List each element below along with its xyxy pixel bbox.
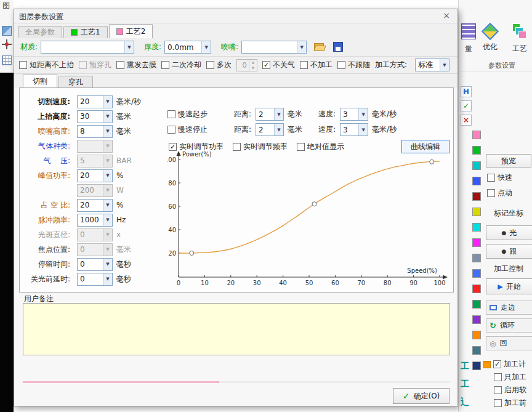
distance-select[interactable]: 2▼	[256, 123, 284, 136]
dock-icon[interactable]: 工	[461, 361, 469, 372]
draw-tool-icon[interactable]	[2, 26, 12, 36]
svg-text:50: 50	[305, 280, 313, 286]
tab-layer-0[interactable]: 全局参数	[18, 26, 62, 38]
palette-color[interactable]	[472, 161, 481, 170]
subtab-0[interactable]: 切割	[23, 74, 57, 88]
palette-color[interactable]	[472, 315, 481, 324]
param-row: 关光前延时:0▼毫秒	[22, 272, 165, 286]
nozzle-select[interactable]: ▼	[241, 41, 307, 54]
subtab-1[interactable]: 穿孔	[58, 76, 93, 88]
process-check-0[interactable]: ✓加工计	[493, 359, 526, 370]
option-check-8[interactable]: 不跟随	[337, 60, 370, 70]
jog-check[interactable]: 点动	[487, 188, 512, 198]
open-folder-icon[interactable]	[314, 42, 326, 52]
palette-color[interactable]	[472, 131, 481, 139]
frame-run-button[interactable]: 走边	[486, 301, 532, 315]
palette-color[interactable]	[472, 146, 481, 155]
option-check-0[interactable]: 短距离不上抬	[19, 60, 74, 70]
laser-button[interactable]: ●光	[486, 225, 532, 240]
param-combo[interactable]: 0▼	[77, 273, 113, 286]
option-check-6[interactable]: ✓不关气	[262, 60, 295, 70]
start-button[interactable]: ▶开始	[486, 278, 532, 294]
view-tab-fragment[interactable]: 图	[2, 1, 10, 11]
process-check-1[interactable]: 只加工	[494, 372, 526, 382]
dialog-titlebar[interactable]: 图层参数设置 ×	[14, 9, 457, 24]
spinner-buttons: ▲▼	[249, 60, 257, 71]
grid-tool-icon[interactable]	[2, 55, 12, 65]
snap-crosshair-icon[interactable]	[2, 39, 12, 49]
speed-select[interactable]: 3▼	[340, 123, 368, 136]
palette-color[interactable]	[472, 208, 481, 216]
option-check-7[interactable]: 不加工	[300, 60, 332, 70]
tab-layer-2[interactable]: 工艺2	[109, 24, 153, 38]
dock-icon[interactable]: 辶	[461, 397, 469, 408]
slow-check-1[interactable]: 慢速停止	[167, 124, 229, 135]
loop-run-button[interactable]: ↻循环	[486, 318, 532, 333]
palette-color[interactable]	[472, 192, 481, 201]
palette-color[interactable]	[472, 177, 481, 185]
palette-color[interactable]	[472, 331, 481, 339]
palette-color[interactable]	[472, 300, 481, 309]
option-check-1[interactable]: 预穿孔	[79, 60, 111, 70]
repeat-count-spinner[interactable]: 0▲▼	[236, 59, 257, 71]
spinner-down-icon[interactable]: ▼	[249, 65, 257, 71]
param-combo[interactable]: 0▼	[77, 258, 113, 271]
measure-tool-button[interactable]: 量	[459, 23, 478, 54]
palette-color[interactable]	[472, 362, 481, 370]
param-combo[interactable]: 20▼	[77, 95, 113, 108]
param-combo[interactable]: 8▼	[77, 125, 113, 138]
param-combo[interactable]: 1000▼	[77, 214, 113, 227]
palette-color[interactable]	[472, 254, 481, 262]
close-button[interactable]: ×	[439, 10, 454, 22]
spinner-up-icon[interactable]: ▲	[249, 60, 257, 65]
h-view-icon[interactable]: H	[461, 86, 472, 97]
process-check-3[interactable]: 加工前	[494, 398, 526, 408]
combo-value: 8	[78, 126, 103, 137]
material-label: 材质:	[20, 42, 38, 52]
palette-color[interactable]	[472, 223, 481, 232]
user-notes-textarea[interactable]	[23, 303, 450, 355]
chevron-down-icon: ▼	[103, 126, 112, 137]
param-unit: %	[116, 201, 123, 209]
checkbox-box	[116, 61, 124, 69]
thickness-select[interactable]: 0.0mm▼	[164, 41, 211, 54]
param-combo[interactable]: 0▼	[77, 243, 113, 256]
tab-layer-1[interactable]: 工艺1	[63, 26, 108, 38]
distance-select[interactable]: 2▼	[256, 108, 284, 121]
ribbon-group-caption: 参数设置	[488, 61, 515, 70]
process-mode-select[interactable]: 标准▼	[415, 59, 449, 71]
param-combo[interactable]: 30▼	[77, 110, 113, 123]
param-combo[interactable]: 20▼	[77, 169, 113, 182]
craft-tool-button[interactable]: 工艺	[510, 23, 529, 54]
param-combo[interactable]: 20▼	[77, 199, 113, 212]
layer-color-swatch	[116, 28, 123, 35]
return-origin-button[interactable]: ◎回	[486, 336, 532, 350]
palette-color[interactable]	[472, 238, 481, 247]
option-check-4[interactable]: 多次	[206, 60, 232, 70]
check-all-icon[interactable]: ✓	[461, 100, 472, 111]
drawing-canvas[interactable]	[0, 73, 14, 412]
layer-params-dialog: 图层参数设置 × 全局参数工艺1工艺2 材质: ▼ 厚度: 0.0mm▼ 喷嘴:…	[14, 9, 458, 406]
checkbox-box	[161, 61, 169, 69]
optimize-tool-button[interactable]: 优化	[481, 23, 499, 52]
param-combo[interactable]: 200▼	[77, 184, 113, 197]
save-icon[interactable]	[333, 42, 345, 52]
slow-check-0[interactable]: 慢速起步	[167, 109, 229, 119]
option-check-3[interactable]: 二次冷却	[161, 60, 201, 70]
ok-button[interactable]: ✓确定(O)	[393, 388, 449, 404]
dock-icon[interactable]: 工	[461, 379, 469, 390]
quick-preview-check[interactable]: 快速	[487, 172, 512, 183]
palette-color[interactable]	[472, 346, 481, 355]
param-combo[interactable]: ▼	[77, 140, 113, 153]
speed-select[interactable]: 3▼	[340, 108, 368, 121]
param-combo[interactable]: 5▼	[77, 155, 113, 168]
process-check-2[interactable]: 启用软	[494, 385, 526, 395]
clear-icon[interactable]: ×	[461, 115, 472, 126]
material-select[interactable]: ▼	[41, 41, 134, 54]
preview-button[interactable]: 预览	[486, 154, 531, 168]
follow-button[interactable]: ●跟	[486, 244, 532, 259]
palette-color[interactable]	[472, 269, 481, 278]
option-check-2[interactable]: 熏发去膜	[116, 60, 156, 70]
palette-color[interactable]	[472, 285, 481, 293]
param-combo[interactable]: 0▼	[77, 228, 113, 241]
